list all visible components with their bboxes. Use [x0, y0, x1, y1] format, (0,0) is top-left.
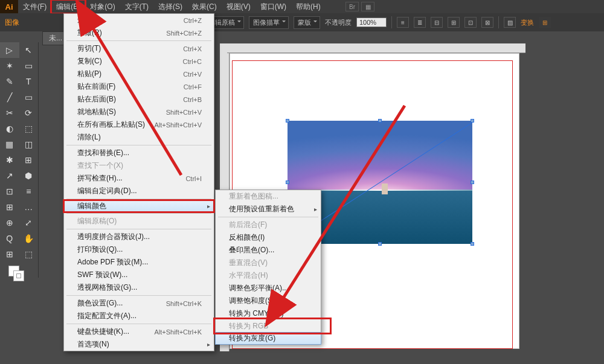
tool-1[interactable]: ↖ — [19, 42, 39, 58]
selection-handle[interactable] — [471, 180, 474, 184]
submenu-item[interactable]: 调整色彩平衡(A)... — [216, 282, 321, 295]
edit-colors-submenu: 重新着色图稿...使用预设值重新着色前后混合(F)反相颜色(I)叠印黑色(O).… — [215, 190, 321, 345]
menu-item[interactable]: SWF 预设(W)... — [64, 269, 214, 281]
more-icon[interactable]: ⊞ — [539, 17, 551, 28]
tool-9[interactable]: ⟳ — [19, 105, 39, 121]
tool-0[interactable]: ▷ — [0, 42, 19, 58]
selection-handle[interactable] — [286, 119, 289, 123]
tool-25[interactable]: ✋ — [19, 231, 39, 246]
menu-item[interactable]: 重做(R)Shift+Ctrl+Z — [64, 27, 214, 39]
extra-icon-2[interactable]: ▦ — [361, 2, 374, 11]
menu-item[interactable]: 键盘快捷键(K)...Alt+Shift+Ctrl+K — [64, 325, 214, 338]
align-icon[interactable]: ≡ — [397, 17, 409, 28]
menu-item-shortcut: Shift+Ctrl+Z — [166, 30, 202, 37]
tool-2[interactable]: ✶ — [0, 58, 19, 74]
menu-item[interactable]: 就地粘贴(S)Shift+Ctrl+V — [64, 106, 214, 118]
submenu-item-label: 反相颜色(I) — [229, 232, 265, 243]
menu-item[interactable]: 透视网格预设(G)... — [64, 281, 214, 294]
tool-16[interactable]: ↗ — [0, 168, 19, 184]
align-icon[interactable]: ⊟ — [431, 17, 443, 28]
tool-8[interactable]: ✂ — [0, 105, 19, 121]
menu-item[interactable]: 复制(C)Ctrl+C — [64, 55, 214, 68]
submenu-item[interactable]: 反相颜色(I) — [216, 231, 321, 244]
tool-17[interactable]: ⬢ — [19, 168, 39, 184]
menu-item-label: 键盘快捷键(K)... — [77, 327, 129, 337]
menu-item-label: SWF 预设(W)... — [77, 270, 127, 280]
tool-13[interactable]: ◫ — [19, 136, 39, 152]
menu-帮助[interactable]: 帮助(H) — [291, 0, 326, 13]
menu-item[interactable]: 贴在前面(F)Ctrl+F — [64, 80, 214, 93]
selection-handle[interactable] — [471, 119, 474, 123]
menu-文件[interactable]: 文件(F) — [18, 0, 51, 13]
menu-窗口[interactable]: 窗口(W) — [255, 0, 291, 13]
tool-26[interactable]: ⊞ — [0, 246, 19, 262]
menu-效果[interactable]: 效果(C) — [187, 0, 222, 13]
menu-编辑[interactable]: 编辑(E) — [51, 0, 85, 13]
tool-19[interactable]: ≡ — [19, 184, 39, 199]
submenu-item[interactable]: 转换为 CMYK(C) — [216, 307, 321, 320]
menu-item-label: 编辑原稿(O) — [77, 216, 117, 226]
menu-对象[interactable]: 对象(O) — [85, 0, 120, 13]
tool-21[interactable]: … — [19, 199, 39, 215]
tool-4[interactable]: ✎ — [0, 74, 19, 89]
tool-5[interactable]: T — [19, 74, 39, 89]
opacity-input[interactable]: 100% — [356, 18, 387, 27]
opacity-label: 不透明度 — [325, 18, 352, 27]
tool-22[interactable]: ⊕ — [0, 215, 19, 231]
menu-item[interactable]: 指定配置文件(A)... — [64, 310, 214, 322]
tool-7[interactable]: ▭ — [19, 89, 39, 105]
submenu-item[interactable]: 叠印黑色(O)... — [216, 244, 321, 257]
tool-18[interactable]: ⊡ — [0, 184, 19, 199]
menu-视图[interactable]: 视图(V) — [222, 0, 255, 13]
tool-15[interactable]: ⊞ — [19, 152, 39, 168]
selection-handle[interactable] — [286, 180, 289, 184]
align-icon[interactable]: ⊡ — [464, 17, 477, 28]
tool-11[interactable]: ⬚ — [19, 121, 39, 136]
menu-item[interactable]: 在所有画板上粘贴(S)Alt+Shift+Ctrl+V — [64, 118, 214, 131]
menu-item-label: 拼写检查(H)... — [77, 173, 123, 184]
submenu-item-label: 使用预设值重新着色 — [229, 204, 294, 214]
extra-icon-1[interactable]: Br — [345, 2, 359, 11]
align-icon[interactable]: ≣ — [414, 17, 426, 28]
tool-24[interactable]: Q — [0, 231, 19, 246]
menu-item-label: 编辑自定词典(D)... — [77, 186, 137, 196]
transform-label[interactable]: 变换 — [521, 18, 534, 27]
tool-12[interactable]: ▦ — [0, 136, 19, 152]
align-icon[interactable]: ⊞ — [448, 17, 460, 28]
submenu-item[interactable]: 使用预设值重新着色 — [216, 203, 321, 216]
selection-handle[interactable] — [378, 119, 382, 123]
menu-item[interactable]: 编辑自定词典(D)... — [64, 185, 214, 197]
tool-23[interactable]: ⤢ — [19, 215, 39, 231]
menu-item[interactable]: 透明度拼合器预设(J)... — [64, 231, 214, 243]
submenu-item[interactable]: 调整饱和度(S)... — [216, 295, 321, 307]
menu-文字[interactable]: 文字(T) — [120, 0, 153, 13]
color-swatch[interactable] — [0, 262, 38, 284]
tool-10[interactable]: ◐ — [0, 121, 19, 136]
selection-handle[interactable] — [378, 242, 382, 246]
menu-item[interactable]: 编辑颜色 — [63, 200, 214, 212]
menu-item[interactable]: 剪切(T)Ctrl+X — [64, 42, 214, 55]
tool-14[interactable]: ✱ — [0, 152, 19, 168]
menu-item[interactable]: Adobe PDF 预设(M)... — [64, 256, 214, 269]
submenu-item[interactable]: 转换为灰度(G) — [215, 332, 321, 345]
menu-item[interactable]: 拼写检查(H)...Ctrl+I — [64, 172, 214, 185]
menu-选择[interactable]: 选择(S) — [153, 0, 187, 13]
menu-item[interactable]: 首选项(N) — [64, 338, 214, 351]
menu-item[interactable]: 粘贴(P)Ctrl+V — [64, 68, 214, 80]
menu-item[interactable]: 贴在后面(B)Ctrl+B — [64, 93, 214, 106]
tool-20[interactable]: ⊞ — [0, 199, 19, 215]
mask-button[interactable]: 蒙版 — [294, 16, 320, 29]
menu-separator — [66, 40, 211, 41]
selection-handle[interactable] — [471, 242, 474, 246]
menu-item[interactable]: 查找和替换(E)... — [64, 147, 214, 159]
tool-3[interactable]: ▭ — [19, 58, 39, 74]
tool-27[interactable]: ⬚ — [19, 246, 39, 262]
image-trace-dropdown[interactable]: 图像描草 — [249, 16, 289, 29]
menu-item[interactable]: 清除(L) — [64, 131, 214, 144]
menu-item[interactable]: 颜色设置(G)...Shift+Ctrl+K — [64, 297, 214, 310]
menu-item[interactable]: 还原(U)Ctrl+Z — [64, 14, 214, 27]
transform-icon[interactable]: ▨ — [504, 17, 516, 28]
align-icon[interactable]: ⊠ — [481, 17, 493, 28]
tool-6[interactable]: ╱ — [0, 89, 19, 105]
menu-item[interactable]: 打印预设(Q)... — [64, 243, 214, 256]
